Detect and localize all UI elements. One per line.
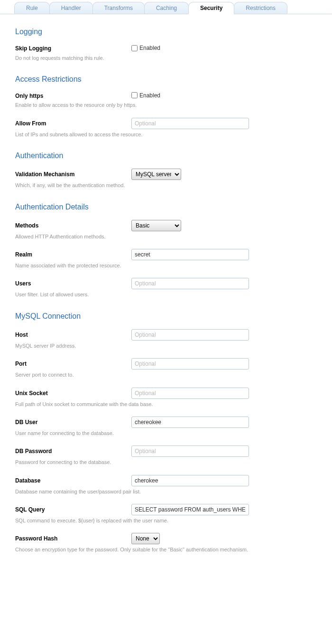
realm-desc: Name associated with the protected resou… <box>15 262 317 269</box>
port-label: Port <box>15 360 131 367</box>
realm-input[interactable] <box>131 249 249 260</box>
unix-socket-desc: Full path of Unix socket to communicate … <box>15 401 317 408</box>
host-label: Host <box>15 331 131 338</box>
db-password-input[interactable] <box>131 445 249 457</box>
skip-logging-enabled-label: Enabled <box>139 45 160 51</box>
db-password-desc: Password for connecting to the database. <box>15 459 317 466</box>
sql-query-input[interactable] <box>131 504 249 515</box>
methods-desc: Allowed HTTP Authentication methods. <box>15 233 317 240</box>
skip-logging-label: Skip Logging <box>15 45 131 52</box>
section-logging-title: Logging <box>15 28 317 36</box>
allow-from-desc: List of IPs and subnets allowed to acces… <box>15 131 317 138</box>
section-access-restrictions-title: Access Restrictions <box>15 75 317 84</box>
password-hash-label: Password Hash <box>15 535 131 542</box>
db-password-label: DB Password <box>15 448 131 455</box>
tab-transforms[interactable]: Transforms <box>92 2 145 14</box>
database-input[interactable] <box>131 475 249 486</box>
methods-label: Methods <box>15 222 131 229</box>
tab-bar: Rule Handler Transforms Caching Security… <box>0 0 332 14</box>
allow-from-label: Allow From <box>15 120 131 127</box>
db-user-label: DB User <box>15 419 131 426</box>
section-authentication-title: Authentication <box>15 152 317 160</box>
unix-socket-input[interactable] <box>131 388 249 399</box>
users-input[interactable] <box>131 278 249 289</box>
realm-label: Realm <box>15 251 131 258</box>
database-desc: Database name containing the user/passwo… <box>15 488 317 495</box>
tab-caching[interactable]: Caching <box>144 2 189 14</box>
users-label: Users <box>15 280 131 287</box>
methods-select[interactable]: Basic <box>131 220 181 231</box>
host-desc: MySQL server IP address. <box>15 342 317 350</box>
db-user-input[interactable] <box>131 417 249 428</box>
database-label: Database <box>15 477 131 484</box>
only-https-enabled-label: Enabled <box>139 92 160 99</box>
validation-select[interactable]: MySQL server <box>131 169 181 180</box>
only-https-checkbox[interactable] <box>131 92 138 98</box>
only-https-checkbox-wrap[interactable]: Enabled <box>131 92 160 99</box>
only-https-label: Only https <box>15 93 131 99</box>
tab-restrictions[interactable]: Restrictions <box>234 2 287 14</box>
content-panel: Logging Skip Logging Enabled Do not log … <box>0 14 332 581</box>
skip-logging-checkbox-wrap[interactable]: Enabled <box>131 45 160 51</box>
validation-desc: Which, if any, will be the authenticatio… <box>15 182 317 189</box>
tab-security[interactable]: Security <box>188 2 234 14</box>
unix-socket-label: Unix Socket <box>15 390 131 397</box>
section-auth-details-title: Authentication Details <box>15 203 317 211</box>
port-input[interactable] <box>131 358 249 369</box>
skip-logging-desc: Do not log requests matching this rule. <box>15 55 317 62</box>
password-hash-desc: Choose an encryption type for the passwo… <box>15 546 317 553</box>
password-hash-select[interactable]: None <box>131 533 160 544</box>
users-desc: User filter. List of allowed users. <box>15 291 317 298</box>
sql-query-desc: SQL command to execute. ${user} is repla… <box>15 517 317 524</box>
tab-rule[interactable]: Rule <box>14 2 50 14</box>
host-input[interactable] <box>131 329 249 341</box>
validation-label: Validation Mechanism <box>15 171 131 178</box>
only-https-desc: Enable to allow access to the resource o… <box>15 102 317 109</box>
port-desc: Server port to connect to. <box>15 371 317 379</box>
db-user-desc: User name for connecting to the database… <box>15 430 317 437</box>
tab-handler[interactable]: Handler <box>49 2 93 14</box>
allow-from-input[interactable] <box>131 118 249 129</box>
section-mysql-connection-title: MySQL Connection <box>15 312 317 321</box>
skip-logging-checkbox[interactable] <box>131 45 138 51</box>
sql-query-label: SQL Query <box>15 506 131 513</box>
